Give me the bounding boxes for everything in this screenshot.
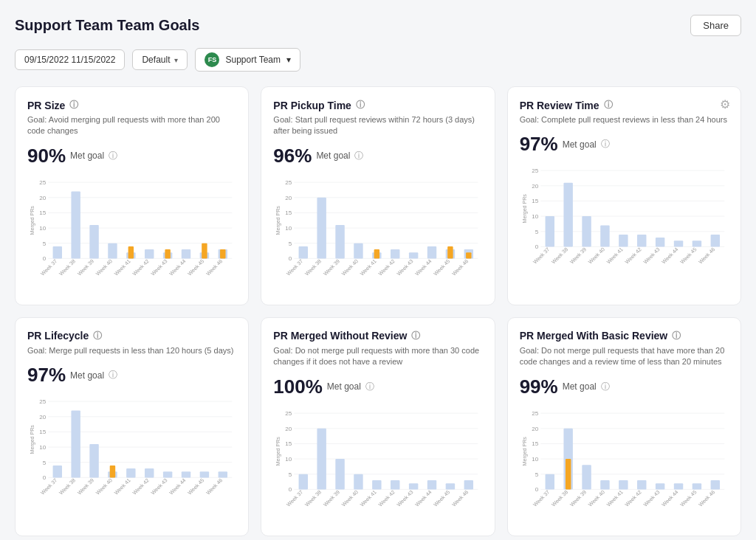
chart-svg: 0510152025Merged PRsWeek 37Week 38Week 3… <box>27 394 236 512</box>
svg-text:Week 38: Week 38 <box>304 489 323 508</box>
info-icon-pr-size[interactable]: ⓘ <box>69 99 78 111</box>
card-pr-pickup-time: PR Pickup Time ⓘ Goal: Start pull reques… <box>261 86 495 305</box>
team-dropdown[interactable]: FS Support Team ▾ <box>195 48 300 72</box>
svg-rect-201 <box>673 483 682 489</box>
met-goal-row-pr-review-time: 97% Met goal ⓘ <box>520 133 729 156</box>
met-pct-pr-review-time: 97% <box>520 133 558 156</box>
met-goal-row-pr-size: 90% Met goal ⓘ <box>27 145 236 167</box>
svg-rect-88 <box>563 183 572 247</box>
gear-icon[interactable]: ⚙ <box>720 97 730 111</box>
svg-rect-92 <box>600 226 609 247</box>
svg-text:15: 15 <box>532 198 538 205</box>
info-icon-met-pr-pickup-time[interactable]: ⓘ <box>354 150 363 162</box>
svg-rect-32 <box>202 243 207 259</box>
info-icon-met-pr-merged-with-basic-review[interactable]: ⓘ <box>601 381 610 393</box>
card-goal-pr-size: Goal: Avoid merging pull requests with m… <box>27 114 236 137</box>
info-icon-met-pr-review-time[interactable]: ⓘ <box>601 138 610 150</box>
info-icon-met-pr-size[interactable]: ⓘ <box>109 150 117 162</box>
svg-text:Week 42: Week 42 <box>131 477 150 496</box>
card-goal-pr-merged-with-basic-review: Goal: Do not merge pull requests that ha… <box>520 345 729 368</box>
chevron-down-icon: ▾ <box>174 56 178 64</box>
card-goal-pr-pickup-time: Goal: Start pull request reviews within … <box>273 114 482 137</box>
chart-pr-pickup-time: 0510152025Merged PRsWeek 37Week 38Week 3… <box>273 175 482 293</box>
default-dropdown[interactable]: Default ▾ <box>132 49 188 70</box>
info-icon-pr-lifecycle[interactable]: ⓘ <box>93 330 102 342</box>
card-title-pr-review-time: PR Review Time ⓘ <box>520 99 729 111</box>
chart-svg: 0510152025Merged PRsWeek 37Week 38Week 3… <box>27 175 236 293</box>
info-icon-met-pr-merged-without-review[interactable]: ⓘ <box>365 381 374 393</box>
svg-text:20: 20 <box>286 425 292 432</box>
chart-svg: 0510152025Merged PRsWeek 37Week 38Week 3… <box>520 163 729 281</box>
svg-text:25: 25 <box>286 179 292 186</box>
page-title: Support Team Team Goals <box>15 17 199 34</box>
svg-text:25: 25 <box>532 410 538 417</box>
svg-text:Week 41: Week 41 <box>113 258 131 277</box>
svg-text:Week 39: Week 39 <box>77 477 95 496</box>
svg-rect-123 <box>89 444 98 477</box>
svg-rect-90 <box>582 216 591 246</box>
card-title-pr-lifecycle: PR Lifecycle ⓘ <box>27 330 236 342</box>
info-icon-pr-review-time[interactable]: ⓘ <box>604 99 613 111</box>
info-icon-pr-merged-with-basic-review[interactable]: ⓘ <box>672 330 681 342</box>
svg-text:Week 40: Week 40 <box>587 489 605 508</box>
svg-text:Week 38: Week 38 <box>550 247 568 266</box>
svg-rect-71 <box>466 252 471 258</box>
svg-text:Week 40: Week 40 <box>587 247 605 266</box>
default-label: Default <box>142 55 170 65</box>
met-pct-pr-pickup-time: 96% <box>273 145 312 167</box>
card-title-pr-pickup-time: PR Pickup Time ⓘ <box>273 99 482 111</box>
info-icon-pr-pickup-time[interactable]: ⓘ <box>356 99 365 111</box>
page-container: Support Team Team Goals Share 09/15/2022… <box>0 0 756 540</box>
svg-rect-128 <box>126 468 135 477</box>
svg-rect-126 <box>110 465 115 478</box>
cards-grid: PR Size ⓘ Goal: Avoid merging pull reque… <box>15 86 741 536</box>
svg-text:Week 46: Week 46 <box>451 489 470 508</box>
svg-text:Week 46: Week 46 <box>205 477 224 496</box>
card-pr-lifecycle: PR Lifecycle ⓘ Goal: Merge pull requests… <box>15 317 249 536</box>
svg-text:20: 20 <box>286 195 292 201</box>
svg-text:Week 44: Week 44 <box>168 477 187 496</box>
svg-rect-155 <box>317 428 326 489</box>
svg-rect-94 <box>619 235 628 247</box>
met-label-pr-size: Met goal <box>70 150 104 161</box>
svg-text:15: 15 <box>39 429 46 436</box>
svg-rect-153 <box>299 474 308 489</box>
card-title-pr-merged-with-basic-review: PR Merged With Basic Review ⓘ <box>520 330 729 342</box>
svg-text:Week 43: Week 43 <box>150 477 168 496</box>
met-label-pr-merged-without-review: Met goal <box>327 381 361 392</box>
met-label-pr-pickup-time: Met goal <box>316 150 350 161</box>
info-icon-met-pr-lifecycle[interactable]: ⓘ <box>109 369 117 381</box>
svg-text:Week 40: Week 40 <box>341 489 360 508</box>
svg-rect-130 <box>145 468 154 477</box>
svg-rect-132 <box>163 471 172 477</box>
svg-rect-61 <box>391 249 399 258</box>
svg-text:20: 20 <box>39 414 46 420</box>
svg-rect-96 <box>637 235 646 247</box>
svg-text:10: 10 <box>286 225 292 232</box>
date-range-picker[interactable]: 09/15/2022 11/15/2022 <box>15 49 125 70</box>
svg-text:5: 5 <box>43 460 47 466</box>
svg-text:5: 5 <box>535 229 538 235</box>
svg-rect-159 <box>354 474 363 489</box>
svg-text:Week 44: Week 44 <box>414 489 433 508</box>
share-button[interactable]: Share <box>690 15 741 36</box>
svg-rect-19 <box>108 243 117 259</box>
met-label-pr-lifecycle: Met goal <box>70 370 104 381</box>
svg-text:Week 39: Week 39 <box>323 258 341 277</box>
svg-text:5: 5 <box>289 240 292 247</box>
met-goal-row-pr-lifecycle: 97% Met goal ⓘ <box>27 364 236 387</box>
svg-text:Week 39: Week 39 <box>77 258 95 277</box>
svg-text:Week 40: Week 40 <box>95 477 114 496</box>
svg-rect-27 <box>165 249 170 258</box>
info-icon-pr-merged-without-review[interactable]: ⓘ <box>411 330 420 342</box>
svg-text:Week 38: Week 38 <box>58 477 77 496</box>
svg-text:Week 46: Week 46 <box>451 258 470 277</box>
svg-rect-102 <box>692 241 701 247</box>
svg-text:Week 45: Week 45 <box>433 489 451 508</box>
svg-rect-163 <box>391 480 399 489</box>
svg-rect-86 <box>545 216 554 246</box>
svg-rect-121 <box>71 411 80 478</box>
svg-text:Week 38: Week 38 <box>304 258 323 277</box>
svg-text:10: 10 <box>39 225 46 232</box>
svg-text:Week 45: Week 45 <box>679 489 698 508</box>
